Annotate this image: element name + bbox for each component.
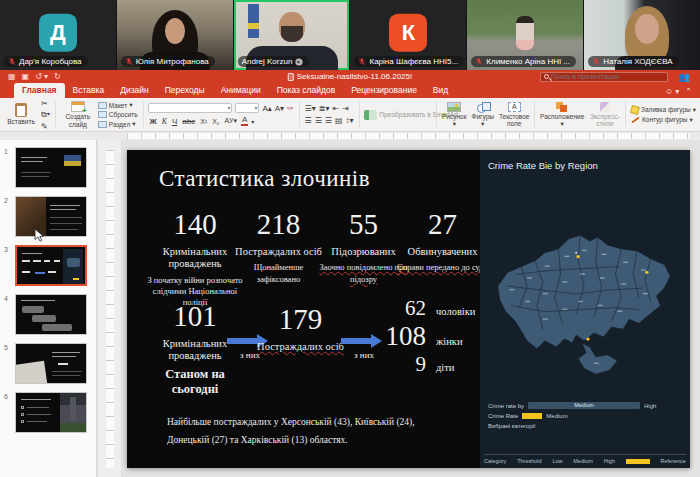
section-button[interactable]: Раздел ▾ [98,120,138,128]
map-bottom-strip: Category Threshold Low Medium High Refer… [484,454,686,464]
legend-filter-bar[interactable]: Medium [528,402,640,409]
textbox-button[interactable]: А Текстовое поле [499,100,530,129]
stat-victims[interactable]: 218 Постраждалих осіб Щонайменше зафіксо… [231,208,326,285]
quick-styles-icon [600,102,610,112]
search-input[interactable] [551,73,664,80]
new-slide-button[interactable]: Создать слайд [61,101,95,127]
participant-tile-nataliya[interactable]: Наталія ХОДЄЄВА [584,0,700,70]
document-icon [288,73,294,81]
paste-button[interactable]: Вставить [4,103,38,125]
map-legend: Crime rate by Medium High Crime Rate Med… [488,402,684,433]
smartart-button[interactable]: Преобразовать в SmartArt [364,100,431,129]
slide-title[interactable]: Статистика злочинів [159,166,370,192]
slide-canvas[interactable]: Статистика злочинів 140 Кримінальних про… [127,150,690,468]
layout-button[interactable]: Макет ▾ [98,101,138,109]
view-grid-icon[interactable]: ▦ [8,72,16,81]
clear-format-icon[interactable]: ✑ [287,104,294,113]
arrow-shape[interactable] [341,334,387,348]
shape-fill-button[interactable]: Заливка фигуры ▾ [631,106,696,114]
slide-thumbnail-3-selected[interactable]: 3 [0,241,96,290]
justify-icon[interactable]: ▤ [335,116,343,125]
tab-view[interactable]: Вид [425,83,456,98]
tab-transitions[interactable]: Переходы [157,83,213,98]
arrange-button[interactable]: Расположение ▾ [540,100,584,129]
search-box[interactable] [540,72,668,82]
shrink-font-icon[interactable]: А▾ [275,104,284,113]
tab-insert[interactable]: Вставка [65,83,113,98]
outdent-icon[interactable]: ⇤ [332,104,339,113]
avatar: К [389,14,427,52]
legend-filter-label: Crime rate by [488,403,524,409]
grow-font-icon[interactable]: А▴ [262,104,271,113]
strikethrough-button[interactable]: abc [181,117,196,126]
participant-tile-darya[interactable]: Д Дар'я Коробцова [0,0,116,70]
photo [60,393,86,433]
collapse-ribbon-icon[interactable]: ⌃ [685,87,692,96]
slide-thumbnail-1[interactable]: 1 [0,143,96,192]
feedback-smiley-icon[interactable]: ☺ ▾ [665,87,679,96]
tab-slideshow[interactable]: Показ слайдов [269,83,344,98]
redo-icon[interactable]: ↻ [54,72,61,81]
slide-thumbnail-2[interactable]: 2 [0,192,96,241]
format-painter-icon[interactable]: ✎ [41,122,50,131]
arrange-icon [556,102,568,112]
crime-map-panel[interactable]: Crime Rate Bie by Region [480,150,690,468]
quick-styles-button[interactable]: Экспресс-стили [589,100,620,129]
superscript-button[interactable]: X² [199,118,208,125]
stat-criminal-proceedings[interactable]: 140 Кримінальних проваджень З початку ві… [147,208,243,308]
line-spacing-icon[interactable]: ↕▾ [346,116,354,125]
share-add-person-icon[interactable]: 👥 [679,72,690,82]
align-right-icon[interactable]: ☰ [325,116,332,125]
bullets-icon[interactable]: ☰▾ [305,104,316,113]
flag-poster [248,4,259,38]
slide-thumbnail-5[interactable]: 5 [0,339,96,388]
participant-tile-klymenko[interactable]: Клименко Аріна ННІ ... [467,0,583,70]
indent-icon[interactable]: ⇥ [342,104,349,113]
shapes-icon [477,102,489,112]
slide-thumbnail-6[interactable]: 6 [0,388,96,437]
shape-outline-button[interactable]: Контур фигуры ▾ [631,116,696,124]
participant-tile-andrej-active-speaker[interactable]: Andrej Korzun [234,0,350,70]
tab-animations[interactable]: Анимации [213,83,269,98]
undo-icon[interactable]: ↺ ▾ [35,72,48,81]
numbering-icon[interactable]: ≣▾ [319,104,330,113]
cut-icon[interactable]: ✂ [41,99,50,108]
shape-fill-icon [630,105,640,115]
tab-review[interactable]: Рецензирование [343,83,425,98]
participant-tile-karina[interactable]: К Каріна Шафєєва ННІ5... [350,0,466,70]
tab-design[interactable]: Дизайн [112,83,157,98]
align-left-icon[interactable]: ☰ [305,116,312,125]
font-name-combo[interactable] [148,103,232,113]
stat-accused[interactable]: 27 Обвинувачених Справи передано до суду [396,208,489,274]
section-icon [98,121,107,128]
font-size-combo[interactable] [235,103,259,113]
italic-button[interactable]: К [161,117,168,126]
stat-current-victims[interactable]: 179 Постраждалих осіб [253,303,348,353]
stat-current-cases[interactable]: 101 Кримінальних проваджень Станом на сь… [147,300,243,397]
new-slide-icon [71,101,85,112]
speaker-icon [295,58,303,66]
mic-off-icon [358,57,366,66]
slide-thumbnail-4[interactable]: 4 [0,290,96,339]
participant-name-tag: Наталія ХОДЄЄВА [588,56,679,67]
slide-footnote[interactable]: Найбільше постраждалих у Херсонській (43… [167,414,445,449]
tab-home[interactable]: Главная [14,83,65,98]
participant-name: Наталія ХОДЄЄВА [603,57,673,66]
participant-tile-yuliya[interactable]: Юлія Митрофанова [117,0,233,70]
bottom-yellow-swatch [626,459,650,464]
save-icon[interactable]: ▣ [22,72,30,81]
font-color-button[interactable]: А [241,116,248,126]
shapes-button[interactable]: Фигуры ▾ [472,100,494,129]
victim-breakdown[interactable]: 62чоловіки 108жінки 9діти [382,296,492,377]
arrow-label: з них [341,350,387,360]
mic-off-icon [125,57,133,66]
subscript-button[interactable]: X₂ [211,118,220,125]
character-spacing-icon[interactable]: АУ▾ [224,117,238,125]
underline-button[interactable]: Ч [171,117,178,126]
copy-icon[interactable]: ⧉▾ [41,110,50,120]
participant-name-tag: Andrej Korzun [238,56,310,67]
reset-button[interactable]: Сбросить [98,111,138,118]
picture-button[interactable]: Рисунок ▾ [442,100,467,129]
align-center-icon[interactable]: ☰ [315,116,322,125]
bold-button[interactable]: Ж [148,117,157,126]
